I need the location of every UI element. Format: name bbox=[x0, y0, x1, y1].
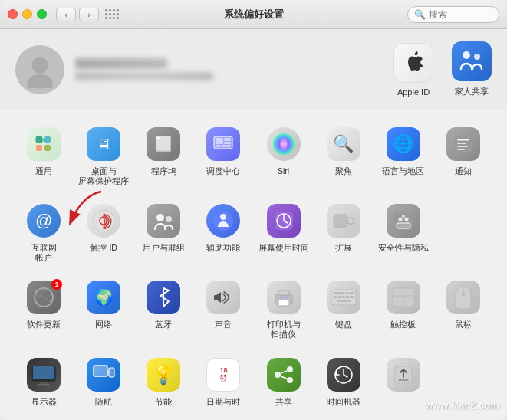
network-label: 网络 bbox=[95, 320, 112, 330]
profile-actions: Apple ID 家人共享 bbox=[393, 41, 492, 97]
svg-point-46 bbox=[37, 300, 39, 303]
main-content: Apple ID 家人共享 bbox=[0, 29, 507, 420]
avatar bbox=[15, 45, 64, 94]
sound-icon bbox=[205, 279, 242, 316]
spotlight-item[interactable]: 🔍 聚焦 bbox=[315, 123, 372, 189]
svg-rect-34 bbox=[347, 218, 354, 224]
svg-point-17 bbox=[280, 138, 288, 150]
svg-point-26 bbox=[166, 216, 172, 222]
svg-rect-71 bbox=[33, 366, 54, 379]
icon-grid: File 通用 🖥 桌面与屏幕保护程序 ⬜ bbox=[15, 123, 492, 409]
touchid-item[interactable]: 触控 ID bbox=[75, 199, 132, 265]
dock-item[interactable]: ⬜ 程序坞 bbox=[135, 123, 192, 189]
display-icon bbox=[25, 356, 62, 393]
printer-item[interactable]: 打印机与扫描仪 bbox=[255, 276, 312, 342]
family-sharing-action[interactable]: 家人共享 bbox=[452, 41, 492, 97]
desktop-item[interactable]: 🖥 桌面与屏幕保护程序 bbox=[75, 123, 132, 189]
timemachine-item[interactable]: 时间机器 bbox=[315, 353, 372, 410]
trackpad-icon bbox=[385, 279, 422, 316]
screentime-label: 屏幕使用时间 bbox=[258, 243, 309, 253]
svg-point-41 bbox=[36, 294, 38, 297]
extensions-item[interactable]: 扩展 bbox=[315, 199, 372, 265]
svg-line-80 bbox=[281, 376, 287, 379]
sound-item[interactable]: 声音 bbox=[195, 276, 252, 342]
svg-point-42 bbox=[43, 290, 45, 293]
mission-icon bbox=[205, 126, 242, 162]
svg-point-76 bbox=[287, 366, 293, 372]
access-label: 辅助功能 bbox=[206, 243, 240, 253]
general-label: 通用 bbox=[35, 166, 52, 176]
svg-rect-72 bbox=[40, 382, 48, 384]
network-item[interactable]: 🌍 网络 bbox=[75, 276, 132, 342]
mission-item[interactable]: 调度中心 bbox=[195, 123, 252, 189]
svg-rect-20 bbox=[457, 143, 466, 144]
printer-icon bbox=[265, 279, 302, 316]
svg-rect-55 bbox=[337, 292, 341, 294]
security-item[interactable]: 安全性与隐私 bbox=[375, 199, 432, 265]
language-icon: 🌐 bbox=[385, 126, 422, 162]
keyboard-icon bbox=[325, 279, 362, 316]
apple-id-icon bbox=[393, 43, 433, 83]
search-icon: 🔍 bbox=[414, 9, 426, 20]
software-item[interactable]: 1 软件更新 bbox=[15, 276, 72, 342]
apple-id-label: Apple ID bbox=[397, 87, 430, 97]
energy-item[interactable]: 💡 节能 bbox=[135, 353, 192, 410]
startup-item[interactable] bbox=[375, 353, 432, 410]
apple-id-action[interactable]: Apple ID bbox=[393, 43, 433, 97]
display-item[interactable]: 显示器 bbox=[15, 353, 72, 410]
svg-rect-62 bbox=[346, 296, 349, 298]
empty2-icon bbox=[445, 356, 482, 393]
mission2-item[interactable]: 随航 bbox=[75, 353, 132, 410]
svg-rect-51 bbox=[280, 297, 283, 298]
mouse-item[interactable]: 鼠标 bbox=[435, 276, 492, 342]
date-item[interactable]: 18 ⏰ 日期与时 bbox=[195, 353, 252, 410]
keyboard-label: 键盘 bbox=[335, 320, 352, 330]
minimize-button[interactable] bbox=[22, 9, 32, 19]
keyboard-item[interactable]: 键盘 bbox=[315, 276, 372, 342]
svg-rect-10 bbox=[216, 138, 223, 144]
forward-button[interactable]: › bbox=[79, 8, 99, 21]
desktop-icon: 🖥 bbox=[85, 126, 122, 162]
notification-item[interactable]: 通知 bbox=[435, 123, 492, 189]
svg-point-2 bbox=[463, 51, 470, 59]
svg-rect-58 bbox=[349, 292, 354, 294]
mission2-label: 随航 bbox=[95, 397, 112, 407]
search-input[interactable] bbox=[429, 9, 498, 20]
empty1-item bbox=[435, 199, 492, 265]
svg-rect-61 bbox=[342, 296, 345, 298]
icon-grid-section: File 通用 🖥 桌面与屏幕保护程序 ⬜ bbox=[0, 110, 507, 420]
siri-label: Siri bbox=[278, 166, 289, 176]
trackpad-item[interactable]: 触控板 bbox=[375, 276, 432, 342]
svg-text:File: File bbox=[37, 137, 45, 143]
empty2-item bbox=[435, 353, 492, 410]
internet-item[interactable]: @ 互联网帐户 bbox=[15, 199, 72, 265]
maximize-button[interactable] bbox=[37, 9, 47, 19]
svg-rect-50 bbox=[278, 300, 289, 306]
mission-label: 调度中心 bbox=[206, 166, 240, 176]
back-button[interactable]: ‹ bbox=[56, 8, 76, 21]
software-label: 软件更新 bbox=[27, 320, 61, 330]
bluetooth-icon bbox=[145, 279, 182, 316]
app-grid-button[interactable] bbox=[105, 9, 119, 19]
date-icon: 18 ⏰ bbox=[205, 356, 242, 393]
close-button[interactable] bbox=[8, 9, 18, 19]
bluetooth-item[interactable]: 蓝牙 bbox=[135, 276, 192, 342]
sharing-item[interactable]: 共享 bbox=[255, 353, 312, 410]
notification-icon bbox=[445, 126, 482, 162]
svg-rect-14 bbox=[222, 145, 226, 147]
touchid-label: 触控 ID bbox=[90, 243, 117, 253]
screentime-item[interactable]: 屏幕使用时间 bbox=[255, 199, 312, 265]
search-box[interactable]: 🔍 bbox=[407, 6, 499, 23]
svg-rect-6 bbox=[44, 136, 51, 143]
security-label: 安全性与隐私 bbox=[378, 243, 429, 253]
network-icon: 🌍 bbox=[85, 279, 122, 316]
siri-item[interactable]: Siri bbox=[255, 123, 312, 189]
desktop-label: 桌面与屏幕保护程序 bbox=[78, 166, 129, 185]
general-item[interactable]: File 通用 bbox=[15, 123, 72, 189]
access-item[interactable]: 辅助功能 bbox=[195, 199, 252, 265]
svg-rect-11 bbox=[224, 138, 231, 141]
window-title: 系统偏好设置 bbox=[224, 8, 284, 21]
users-item[interactable]: 用户与群组 bbox=[135, 199, 192, 265]
language-item[interactable]: 🌐 语言与地区 bbox=[375, 123, 432, 189]
svg-rect-60 bbox=[338, 296, 341, 298]
